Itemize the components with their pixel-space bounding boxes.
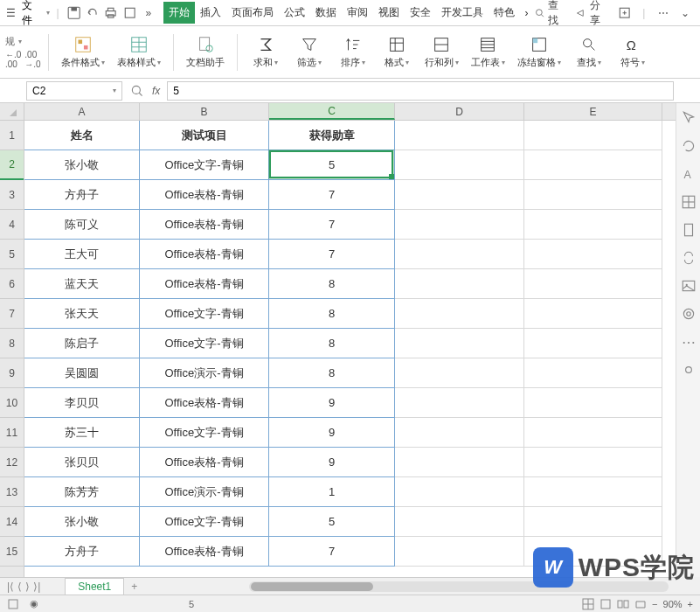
data-cell[interactable]: 7 [269,537,395,567]
share-button[interactable]: 分享 [575,0,610,28]
empty-cell[interactable] [524,269,662,299]
sheet-next-icon[interactable]: ⟩ [25,581,30,593]
rowcol-button[interactable]: 行和列▾ [419,33,464,71]
row-header-7[interactable]: 7 [0,299,24,329]
empty-cell[interactable] [395,299,524,329]
save-icon[interactable] [66,5,81,21]
empty-cell[interactable] [395,418,524,448]
row-header-6[interactable]: 6 [0,269,24,299]
data-cell[interactable]: 5 [269,507,395,537]
empty-cell[interactable] [524,150,662,180]
help-icon[interactable]: ⋯ [681,334,697,350]
col-header-C[interactable]: C [269,103,395,120]
doc-assistant-button[interactable]: 文档助手 [181,33,230,71]
data-cell[interactable]: 7 [269,210,395,240]
data-cell[interactable]: 陈芳芳 [24,477,140,507]
find-button[interactable]: 查找▾ [568,33,610,71]
row-header-3[interactable]: 3 [0,180,24,210]
undo-icon[interactable] [85,5,100,21]
zoom-out-button[interactable]: − [652,599,657,609]
data-cell[interactable]: Office表格-青铜 [140,537,269,567]
data-cell[interactable]: 9 [269,418,395,448]
worksheet-button[interactable]: 工作表▾ [466,33,510,71]
tab-1[interactable]: 插入 [195,2,226,24]
empty-cell[interactable] [524,388,662,418]
cells-area[interactable]: 姓名测试项目获得勋章张小敬Office文字-青铜5方舟子Office表格-青铜7… [24,121,676,577]
data-cell[interactable]: Office文字-青铜 [140,418,269,448]
row-header-4[interactable]: 4 [0,210,24,240]
empty-cell[interactable] [524,180,662,210]
header-cell[interactable]: 获得勋章 [269,121,395,150]
empty-cell[interactable] [395,150,524,180]
data-cell[interactable]: Office表格-青铜 [140,210,269,240]
row-header-2[interactable]: 2 [0,150,24,180]
collapse-ribbon-icon[interactable]: ⌄ [678,5,693,21]
data-cell[interactable]: 8 [269,358,395,388]
more-icon[interactable]: » [141,5,156,21]
empty-cell[interactable] [524,121,662,150]
settings-side-icon[interactable] [681,306,697,322]
tab-8[interactable]: 开发工具 [436,2,489,24]
text-style-icon[interactable]: A [681,166,697,182]
file-menu[interactable]: 文件 [22,0,42,28]
symbol-button[interactable]: Ω 符号▾ [612,33,654,71]
filter-button[interactable]: 筛选▾ [288,33,330,71]
empty-cell[interactable] [524,210,662,240]
empty-cell[interactable] [395,477,524,507]
data-cell[interactable]: 9 [269,448,395,477]
data-cell[interactable]: Office表格-青铜 [140,269,269,299]
header-cell[interactable]: 姓名 [24,121,140,150]
sheet-last-icon[interactable]: ⟩| [33,581,40,593]
conditional-format-button[interactable]: 条件格式▾ [56,33,110,71]
add-sheet-button[interactable]: + [124,579,144,595]
data-cell[interactable]: 张天天 [24,299,140,329]
tab-0[interactable]: 开始 [163,2,195,24]
data-cell[interactable]: 苏三十 [24,418,140,448]
row-header-11[interactable]: 11 [0,418,24,448]
empty-cell[interactable] [395,180,524,210]
data-cell[interactable]: 方舟子 [24,537,140,567]
tab-4[interactable]: 数据 [310,2,342,24]
data-cell[interactable]: Office文字-青铜 [140,507,269,537]
row-header-15[interactable]: 15 [0,537,24,567]
view-read-icon[interactable] [634,598,647,610]
empty-cell[interactable] [524,358,662,388]
row-header-13[interactable]: 13 [0,477,24,507]
tab-7[interactable]: 安全 [405,2,436,24]
data-cell[interactable]: 8 [269,269,395,299]
row-header-9[interactable]: 9 [0,358,24,388]
chain-icon[interactable] [681,362,697,378]
data-cell[interactable]: 7 [269,240,395,269]
clipboard-side-icon[interactable] [681,222,697,238]
row-header-5[interactable]: 5 [0,240,24,269]
increase-decimal-icon[interactable]: .00→.0 [24,50,40,69]
data-cell[interactable]: Office文字-青铜 [140,299,269,329]
data-cell[interactable]: 陈启子 [24,329,140,358]
tab-3[interactable]: 公式 [279,2,310,24]
data-cell[interactable]: Office文字-青铜 [140,329,269,358]
col-header-B[interactable]: B [140,103,269,120]
format-dropdown[interactable]: 规 [5,35,15,48]
tab-5[interactable]: 审阅 [342,2,373,24]
horizontal-scrollbar[interactable] [249,581,669,592]
zoom-fx-icon[interactable] [129,83,145,99]
search-button[interactable]: 查找 [534,0,569,28]
view-normal-icon[interactable] [582,598,594,610]
data-cell[interactable]: 8 [269,329,395,358]
empty-cell[interactable] [524,448,662,477]
data-cell[interactable]: Office表格-青铜 [140,180,269,210]
sheet-prev-icon[interactable]: ⟨ [17,581,22,593]
empty-cell[interactable] [395,269,524,299]
empty-cell[interactable] [395,240,524,269]
more-options-icon[interactable]: ⋯ [655,5,670,21]
data-cell[interactable]: 张小敬 [24,507,140,537]
empty-cell[interactable] [524,477,662,507]
data-cell[interactable]: 蓝天天 [24,269,140,299]
grid-side-icon[interactable] [681,194,697,210]
data-cell[interactable]: Office表格-青铜 [140,448,269,477]
empty-cell[interactable] [524,418,662,448]
preview-icon[interactable] [122,5,137,21]
data-cell[interactable]: 方舟子 [24,180,140,210]
empty-cell[interactable] [524,240,662,269]
sheet-first-icon[interactable]: |⟨ [7,581,14,593]
